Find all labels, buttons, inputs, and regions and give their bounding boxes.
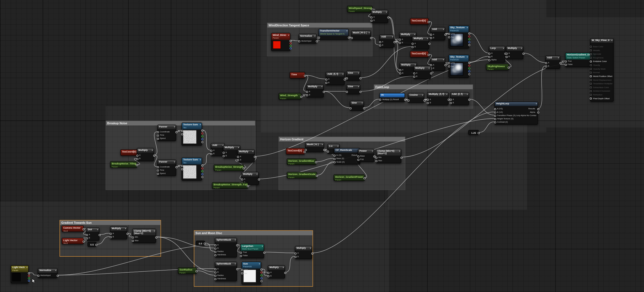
input-pin[interactable] bbox=[240, 251, 242, 254]
input-pin[interactable] bbox=[241, 272, 243, 274]
comment-title[interactable]: Sun and Moon Disc bbox=[194, 231, 313, 235]
output-pin[interactable] bbox=[468, 41, 471, 43]
node-mul_b[interactable]: Multiply▾AB bbox=[412, 36, 429, 49]
output-pin[interactable] bbox=[537, 111, 539, 113]
input-pin[interactable] bbox=[545, 65, 547, 67]
input-pin[interactable] bbox=[306, 94, 308, 96]
input-pin[interactable] bbox=[494, 114, 496, 117]
node-skytex_b[interactable]: Sky_TextureParam2D▾UVsTex bbox=[449, 55, 469, 78]
collapse-arrow-icon[interactable]: ▾ bbox=[125, 227, 126, 230]
output-pin[interactable] bbox=[263, 251, 266, 254]
input-pin[interactable] bbox=[295, 256, 297, 258]
output-pin[interactable] bbox=[201, 132, 203, 134]
node-mul_fl[interactable]: Multiply_(f, f)▾AB bbox=[427, 92, 449, 105]
input-pin[interactable] bbox=[237, 156, 239, 158]
input-pin[interactable] bbox=[349, 107, 352, 109]
node-header[interactable]: Normalize▾ bbox=[299, 34, 316, 38]
output-pin[interactable] bbox=[195, 270, 198, 272]
input-pin[interactable] bbox=[412, 43, 414, 45]
node-header[interactable]: CF_RemScale▾ bbox=[334, 148, 360, 153]
collapse-arrow-icon[interactable]: ▾ bbox=[288, 34, 289, 37]
input-pin[interactable] bbox=[305, 149, 307, 151]
input-pin[interactable] bbox=[214, 268, 217, 270]
node-header[interactable]: Multiply▾ bbox=[412, 37, 429, 41]
output-pin[interactable] bbox=[359, 91, 362, 93]
input-pin[interactable] bbox=[430, 33, 432, 36]
input-pin[interactable] bbox=[327, 150, 329, 153]
output-pin[interactable] bbox=[348, 36, 350, 39]
output-pin[interactable] bbox=[522, 52, 525, 55]
input-pin[interactable] bbox=[590, 49, 592, 52]
input-pin[interactable] bbox=[267, 275, 270, 277]
output-pin[interactable] bbox=[468, 73, 471, 75]
node-header[interactable]: Clamp (Min=0) (Max=1)▾ bbox=[376, 149, 401, 156]
output-pin[interactable] bbox=[468, 44, 471, 46]
output-pin[interactable] bbox=[243, 167, 245, 169]
input-pin[interactable] bbox=[346, 91, 348, 93]
output-pin[interactable] bbox=[201, 173, 203, 175]
node-mul_sun[interactable]: Multiply▾AB bbox=[110, 226, 127, 239]
node-header[interactable]: Multiply▾ bbox=[414, 66, 431, 70]
output-pin[interactable] bbox=[290, 42, 292, 44]
output-pin[interactable] bbox=[400, 157, 403, 159]
output-pin[interactable] bbox=[175, 166, 178, 168]
node-header[interactable]: SunParam2D▾ bbox=[242, 262, 261, 269]
input-pin[interactable] bbox=[450, 102, 452, 104]
input-pin[interactable] bbox=[413, 72, 415, 74]
node-texcoord_b[interactable]: TexCoord[0] bbox=[410, 51, 429, 58]
collapse-arrow-icon[interactable]: ▾ bbox=[536, 102, 537, 105]
collapse-arrow-icon[interactable]: ▾ bbox=[346, 30, 348, 33]
output-pin[interactable] bbox=[95, 244, 97, 246]
input-pin[interactable] bbox=[408, 99, 410, 101]
output-pin[interactable] bbox=[260, 280, 263, 282]
output-pin[interactable] bbox=[387, 16, 390, 18]
comment-title[interactable]: Breakup Noise bbox=[106, 121, 255, 126]
node-normalize_w[interactable]: Normalize▾VectorInput bbox=[299, 34, 317, 44]
collapse-arrow-icon[interactable]: ▾ bbox=[467, 55, 468, 58]
output-pin[interactable] bbox=[155, 236, 157, 238]
input-pin[interactable] bbox=[325, 78, 327, 80]
node-wind_strength[interactable]: Wind_StrengthParam bbox=[279, 93, 302, 100]
node-wind_direction[interactable]: Wind_DirectionParam▾ bbox=[271, 33, 290, 51]
output-pin[interactable] bbox=[559, 62, 561, 64]
node-bn_strength[interactable]: BreakupNoise_StrengthParam bbox=[214, 164, 244, 171]
input-pin[interactable] bbox=[427, 102, 429, 104]
output-pin[interactable] bbox=[28, 275, 30, 277]
node-cosine[interactable]: Cosine▾ bbox=[408, 93, 424, 103]
input-pin[interactable] bbox=[333, 161, 336, 163]
node-header[interactable]: Add_(f, f)▾ bbox=[451, 92, 469, 97]
output-pin[interactable] bbox=[323, 149, 326, 151]
output-pin[interactable] bbox=[28, 279, 30, 282]
input-pin[interactable] bbox=[590, 86, 592, 89]
output-pin[interactable] bbox=[260, 268, 263, 271]
node-header[interactable]: Sky_TextureParam2D▾ bbox=[449, 55, 469, 62]
input-pin[interactable] bbox=[399, 69, 401, 71]
input-pin[interactable] bbox=[333, 158, 336, 160]
output-pin[interactable] bbox=[478, 132, 480, 134]
collapse-arrow-icon[interactable]: ▾ bbox=[174, 125, 175, 128]
collapse-arrow-icon[interactable]: ▾ bbox=[235, 238, 236, 241]
collapse-arrow-icon[interactable]: ▾ bbox=[362, 102, 363, 105]
collapse-arrow-icon[interactable]: ▾ bbox=[152, 149, 153, 152]
node-ts_noise_b[interactable]: Texture SampleTex▾UVsTex bbox=[182, 157, 202, 181]
input-pin[interactable] bbox=[379, 98, 381, 101]
input-pin[interactable] bbox=[298, 40, 300, 42]
output-pin[interactable] bbox=[99, 234, 101, 236]
node-texcoord_d[interactable]: TexCoord[0] bbox=[286, 148, 305, 155]
output-pin[interactable] bbox=[428, 54, 430, 56]
input-pin[interactable] bbox=[357, 159, 359, 161]
collapse-arrow-icon[interactable]: ▾ bbox=[386, 11, 387, 14]
input-pin[interactable] bbox=[379, 41, 381, 43]
output-pin[interactable] bbox=[373, 155, 375, 157]
input-pin[interactable] bbox=[371, 16, 373, 18]
node-header[interactable]: Multiply▾ bbox=[307, 85, 323, 89]
collapse-arrow-icon[interactable]: ▾ bbox=[358, 85, 359, 88]
input-pin[interactable] bbox=[318, 36, 320, 39]
input-pin[interactable] bbox=[448, 36, 450, 38]
output-pin[interactable] bbox=[468, 61, 471, 64]
input-pin[interactable] bbox=[590, 72, 592, 74]
output-pin[interactable] bbox=[236, 268, 238, 270]
output-pin[interactable] bbox=[247, 185, 249, 187]
input-pin[interactable] bbox=[448, 65, 450, 67]
node-header[interactable]: LargeSunStatic Bool Param▾ bbox=[241, 244, 264, 251]
